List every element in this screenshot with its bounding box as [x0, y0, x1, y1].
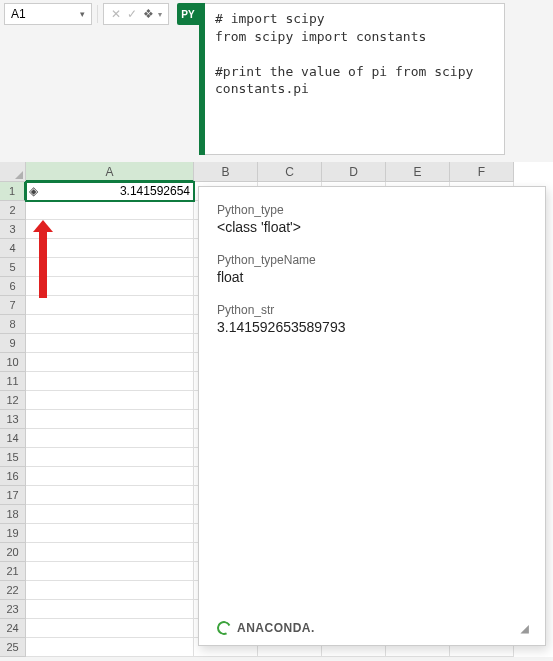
formula-buttons: ✕ ✓ ❖ ▾	[103, 3, 169, 25]
column-header-f[interactable]: F	[450, 162, 514, 182]
popup-footer: ANACONDA. ◢	[217, 621, 527, 635]
popup-str-value: 3.141592653589793	[217, 319, 527, 335]
row-header[interactable]: 7	[0, 296, 26, 315]
row-header[interactable]: 14	[0, 429, 26, 448]
row-header[interactable]: 8	[0, 315, 26, 334]
python-result-popup: Python_type <class 'float'> Python_typeN…	[198, 186, 546, 646]
row-header[interactable]: 16	[0, 467, 26, 486]
cell[interactable]	[26, 372, 194, 391]
row-header[interactable]: 11	[0, 372, 26, 391]
row-header[interactable]: 10	[0, 353, 26, 372]
select-all-corner[interactable]	[0, 162, 26, 182]
cell[interactable]	[26, 353, 194, 372]
cell[interactable]	[26, 600, 194, 619]
column-header-d[interactable]: D	[322, 162, 386, 182]
row-header[interactable]: 15	[0, 448, 26, 467]
check-icon[interactable]: ✓	[124, 7, 140, 21]
row-header[interactable]: 6	[0, 277, 26, 296]
name-box[interactable]: A1 ▾	[4, 3, 92, 25]
cell[interactable]	[26, 410, 194, 429]
cell[interactable]	[26, 220, 194, 239]
python-badge: PY	[177, 3, 199, 25]
row-header[interactable]: 4	[0, 239, 26, 258]
row-header[interactable]: 3	[0, 220, 26, 239]
name-box-value: A1	[11, 7, 26, 21]
popup-str-section: Python_str 3.141592653589793	[217, 303, 527, 335]
row-header[interactable]: 19	[0, 524, 26, 543]
row-header[interactable]: 23	[0, 600, 26, 619]
cell[interactable]	[26, 581, 194, 600]
anaconda-icon	[215, 619, 233, 637]
cell[interactable]	[26, 334, 194, 353]
row-header[interactable]: 22	[0, 581, 26, 600]
cell[interactable]	[26, 619, 194, 638]
column-header-c[interactable]: C	[258, 162, 322, 182]
row-header[interactable]: 9	[0, 334, 26, 353]
cell[interactable]	[26, 429, 194, 448]
row-header[interactable]: 21	[0, 562, 26, 581]
cell[interactable]: ◈3.141592654	[26, 182, 194, 201]
row-header[interactable]: 1	[0, 182, 26, 201]
cell[interactable]	[26, 277, 194, 296]
data-type-icon[interactable]: ◈	[29, 182, 38, 201]
row-header[interactable]: 12	[0, 391, 26, 410]
cell[interactable]	[26, 505, 194, 524]
namebox-group: A1 ▾ ✕ ✓ ❖ ▾	[0, 0, 173, 28]
row-header[interactable]: 17	[0, 486, 26, 505]
popup-type-value: <class 'float'>	[217, 219, 527, 235]
cell[interactable]	[26, 315, 194, 334]
separator	[97, 5, 98, 23]
cell[interactable]	[26, 448, 194, 467]
cell[interactable]	[26, 201, 194, 220]
row-header[interactable]: 24	[0, 619, 26, 638]
row-header[interactable]: 25	[0, 638, 26, 657]
cell[interactable]	[26, 296, 194, 315]
anaconda-text: ANACONDA.	[237, 621, 315, 635]
row-header[interactable]: 5	[0, 258, 26, 277]
python-editor: PY # import scipy from scipy import cons…	[177, 3, 505, 155]
popup-type-section: Python_type <class 'float'>	[217, 203, 527, 235]
chevron-down-icon[interactable]: ▾	[80, 9, 85, 19]
popup-typename-section: Python_typeName float	[217, 253, 527, 285]
row-header[interactable]: 13	[0, 410, 26, 429]
cell[interactable]	[26, 638, 194, 657]
formula-bar-area: A1 ▾ ✕ ✓ ❖ ▾ PY # import scipy from scip…	[0, 0, 553, 160]
popup-typename-value: float	[217, 269, 527, 285]
row-header[interactable]: 20	[0, 543, 26, 562]
cell[interactable]	[26, 258, 194, 277]
layers-icon[interactable]: ❖	[140, 7, 156, 21]
cell[interactable]	[26, 391, 194, 410]
cell[interactable]	[26, 562, 194, 581]
column-header-b[interactable]: B	[194, 162, 258, 182]
column-header-e[interactable]: E	[386, 162, 450, 182]
popup-type-label: Python_type	[217, 203, 527, 217]
cell[interactable]	[26, 486, 194, 505]
cell[interactable]	[26, 239, 194, 258]
row-header[interactable]: 18	[0, 505, 26, 524]
resize-grip-icon[interactable]: ◢	[521, 623, 527, 634]
popup-typename-label: Python_typeName	[217, 253, 527, 267]
cancel-icon[interactable]: ✕	[108, 7, 124, 21]
chevron-down-icon[interactable]: ▾	[156, 10, 164, 19]
column-headers: A B C D E F	[0, 162, 553, 182]
cell-value: 3.141592654	[120, 184, 190, 198]
cell[interactable]	[26, 524, 194, 543]
row-header[interactable]: 2	[0, 201, 26, 220]
column-header-a[interactable]: A	[26, 162, 194, 182]
cell[interactable]	[26, 467, 194, 486]
cell[interactable]	[26, 543, 194, 562]
popup-str-label: Python_str	[217, 303, 527, 317]
code-editor[interactable]: # import scipy from scipy import constan…	[205, 3, 505, 155]
anaconda-brand: ANACONDA.	[217, 621, 315, 635]
